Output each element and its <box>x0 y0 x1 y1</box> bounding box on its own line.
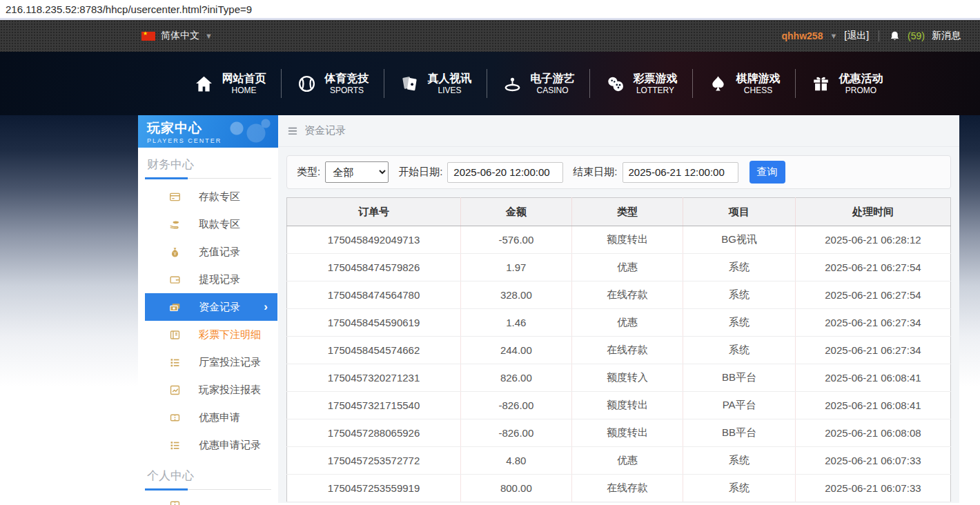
page-background: 玩家中心 PLAYERS CENTER 财务中心 存款专区取款专区充值记录提现记… <box>0 115 980 503</box>
sidebar-subtitle: PLAYERS CENTER <box>147 137 278 144</box>
sidebar-item-lottery-bet-detail[interactable]: 彩票下注明细 <box>138 321 278 348</box>
table-cell: 优惠 <box>571 254 683 281</box>
table-header-row: 订单号金额类型项目处理时间 <box>287 198 951 226</box>
browser-address-bar[interactable]: 216.118.235.52:8783/hhcp/usercenter.html… <box>0 0 980 20</box>
table-cell: 系统 <box>683 254 796 281</box>
nav-item-home[interactable]: 网站首页HOME <box>179 72 282 96</box>
type-label: 类型: <box>297 166 320 179</box>
table-cell: 2025-06-21 06:28:12 <box>795 226 950 254</box>
logout-link[interactable]: [退出] <box>844 30 869 42</box>
table-cell: 328.00 <box>461 281 572 309</box>
table-cell: 1.97 <box>461 254 572 281</box>
table-cell: 额度转出 <box>571 419 683 447</box>
chevron-down-icon: ▼ <box>205 32 213 40</box>
start-date-label: 开始日期: <box>398 166 442 179</box>
cards-icon <box>400 74 420 94</box>
table-cell: 2025-06-21 06:27:54 <box>795 254 950 281</box>
username-link[interactable]: qhhw258 <box>782 30 823 41</box>
table-cell: 1750457253559919 <box>287 475 461 502</box>
nav-item-lottery[interactable]: 彩票游戏LOTTERY <box>590 72 693 96</box>
nav-label-zh: 电子游艺 <box>531 72 575 86</box>
table-cell: 额度转出 <box>571 226 683 254</box>
end-date-input[interactable] <box>623 162 738 183</box>
topbar: 简体中文 ▼ qhhw258 ▼ [退出] (59) 新消息 <box>0 20 980 52</box>
column-header: 处理时间 <box>795 198 950 226</box>
language-selector[interactable]: 简体中文 ▼ <box>141 30 213 42</box>
main-nav-bar: 网站首页HOME体育竞技SPORTS真人视讯LIVES电子游艺CASINO彩票游… <box>0 52 980 115</box>
sidebar-item-recharge-record[interactable]: 充值记录 <box>138 238 278 266</box>
table-cell: 优惠 <box>571 447 683 475</box>
sidebar-item-withdrawal-record[interactable]: 提现记录 <box>138 266 278 293</box>
table-cell: 800.00 <box>461 475 572 502</box>
sidebar-item-promo-apply[interactable]: 优惠申请 <box>138 404 278 431</box>
book-icon <box>169 329 181 341</box>
search-button[interactable]: 查询 <box>749 161 785 184</box>
table-row: 17504584545906191.46优惠系统2025-06-21 06:27… <box>287 309 951 337</box>
sidebar: 玩家中心 PLAYERS CENTER 财务中心 存款专区取款专区充值记录提现记… <box>138 115 278 503</box>
nav-label-en: PROMO <box>845 86 876 96</box>
list-icon <box>169 439 181 451</box>
table-row: 17504584745798261.97优惠系统2025-06-21 06:27… <box>287 254 951 281</box>
table-cell: 2025-06-21 06:27:34 <box>795 309 950 337</box>
sidebar-item-partial[interactable] <box>138 490 278 505</box>
table-row: 1750457253559919800.00在线存款系统2025-06-21 0… <box>287 475 951 502</box>
table-cell: 在线存款 <box>571 475 683 502</box>
china-flag-icon <box>141 32 155 41</box>
table-cell: BB平台 <box>683 419 796 447</box>
menu-icon <box>287 126 298 137</box>
table-cell: -576.00 <box>461 226 572 254</box>
section-title-finance: 财务中心 <box>145 148 271 179</box>
nav-item-lives[interactable]: 真人视讯LIVES <box>384 72 487 96</box>
table-cell: 2025-06-21 06:27:34 <box>795 337 950 364</box>
money-bag-icon <box>169 246 181 258</box>
column-header: 订单号 <box>287 198 461 226</box>
message-count[interactable]: (59) <box>908 30 925 41</box>
nav-item-sports[interactable]: 体育竞技SPORTS <box>282 72 384 96</box>
filter-panel: 类型: 全部 开始日期: 结束日期: 查询 <box>286 155 951 189</box>
sidebar-item-label: 充值记录 <box>199 246 240 259</box>
sidebar-item-promo-apply-record[interactable]: 优惠申请记录 <box>138 431 278 459</box>
list-icon <box>169 357 181 368</box>
sidebar-item-label: 优惠申请记录 <box>199 439 261 452</box>
sidebar-item-withdraw-zone[interactable]: 取款专区 <box>138 210 278 238</box>
table-cell: 1.46 <box>461 309 572 337</box>
section-title-personal: 个人中心 <box>145 459 271 490</box>
table-cell: 系统 <box>683 475 796 502</box>
nav-label-en: CASINO <box>536 86 568 96</box>
table-cell: 系统 <box>683 309 796 337</box>
nav-item-chess[interactable]: 棋牌游戏CHESS <box>693 72 796 96</box>
table-row: 1750458492049713-576.00额度转出BG视讯2025-06-2… <box>287 226 951 254</box>
nav-item-promo[interactable]: 优惠活动PROMO <box>796 72 899 96</box>
table-row: 1750457320271231826.00额度转入BB平台2025-06-21… <box>287 364 951 392</box>
table-cell: 1750457321715540 <box>287 392 461 419</box>
sidebar-item-label: 优惠申请 <box>199 411 240 424</box>
main-nav: 网站首页HOME体育竞技SPORTS真人视讯LIVES电子游艺CASINO彩票游… <box>179 72 899 96</box>
roulette-icon <box>502 74 522 94</box>
nav-label-en: SPORTS <box>330 86 364 96</box>
message-label[interactable]: 新消息 <box>932 30 961 42</box>
table-cell: 4.80 <box>461 447 572 475</box>
page-url[interactable]: 216.118.235.52:8783/hhcp/usercenter.html… <box>6 3 252 15</box>
column-header: 类型 <box>571 198 683 226</box>
language-label: 简体中文 <box>161 30 199 42</box>
sidebar-item-player-bet-report[interactable]: 玩家投注报表 <box>138 376 278 404</box>
sidebar-item-funds-record[interactable]: 资金记录› <box>145 293 277 321</box>
type-select[interactable]: 全部 <box>325 161 389 183</box>
bank-card-icon <box>169 191 181 203</box>
table-cell: PA平台 <box>683 392 796 419</box>
sidebar-item-hall-bet-record[interactable]: 厅室投注记录 <box>138 348 278 376</box>
wallet-icon <box>169 274 181 286</box>
nav-label-zh: 彩票游戏 <box>634 72 678 86</box>
main-content: 资金记录 类型: 全部 开始日期: 结束日期: 查询 订单号金额类型项目处理时间… <box>278 115 959 503</box>
table-cell: 1750457253572772 <box>287 447 461 475</box>
table-cell: 系统 <box>683 337 796 364</box>
bell-icon[interactable] <box>889 30 901 42</box>
table-row: 1750458474564780328.00在线存款系统2025-06-21 0… <box>287 281 951 309</box>
table-cell: 1750458454590619 <box>287 309 461 337</box>
start-date-input[interactable] <box>447 162 563 183</box>
table-cell: 2025-06-21 06:08:08 <box>795 419 950 447</box>
nav-item-casino[interactable]: 电子游艺CASINO <box>487 72 590 96</box>
sidebar-item-deposit-zone[interactable]: 存款专区 <box>138 183 278 210</box>
divider <box>879 30 879 41</box>
chevron-down-icon[interactable]: ▼ <box>830 32 837 40</box>
